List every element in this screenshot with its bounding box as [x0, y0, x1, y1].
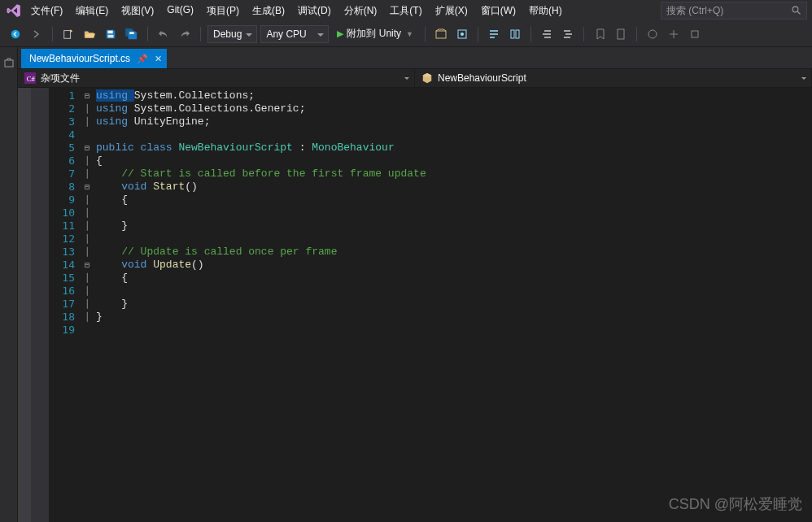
menu-item[interactable]: 窗口(W)	[474, 2, 522, 20]
breakpoint-margin[interactable]	[31, 88, 49, 522]
fold-column[interactable]: ⊟││⊟││⊟│││││⊟││││	[81, 88, 93, 522]
menu-item[interactable]: 项目(P)	[200, 2, 246, 20]
menu-item[interactable]: 编辑(E)	[69, 2, 115, 20]
svg-rect-16	[5, 60, 13, 67]
svg-rect-6	[108, 34, 114, 37]
svg-point-10	[461, 33, 464, 36]
menu-item[interactable]: 生成(B)	[246, 2, 291, 20]
svg-rect-5	[108, 30, 113, 33]
menu-item[interactable]: 文件(F)	[24, 2, 69, 20]
svg-rect-8	[436, 31, 446, 38]
vs-logo-icon	[5, 2, 23, 20]
svg-line-1	[798, 12, 801, 15]
tb-icon-6[interactable]	[559, 25, 577, 43]
tb-icon-1[interactable]	[432, 25, 450, 43]
svg-rect-15	[692, 31, 698, 37]
new-item-button[interactable]	[59, 25, 77, 43]
tb-icon-9[interactable]	[644, 25, 661, 43]
svg-rect-12	[516, 30, 519, 38]
svg-rect-3	[64, 30, 71, 38]
nav-class-combo[interactable]: NewBehaviourScript	[415, 69, 812, 87]
svg-rect-13	[618, 29, 624, 39]
tb-icon-10[interactable]	[665, 25, 683, 43]
navbar: C# 杂项文件 NewBehaviourScript	[18, 68, 812, 88]
platform-dropdown[interactable]: Any CPU	[260, 25, 329, 43]
nav-project-combo[interactable]: C# 杂项文件	[18, 69, 415, 87]
nav-back-button[interactable]	[7, 25, 24, 43]
tb-icon-5[interactable]	[538, 25, 556, 43]
tb-icon-8[interactable]	[612, 25, 630, 43]
menu-item[interactable]: 视图(V)	[115, 2, 160, 20]
attach-unity-button[interactable]: ▶ 附加到 Unity ▼	[332, 25, 418, 43]
menu-item[interactable]: 调试(D)	[291, 2, 338, 20]
menu-item[interactable]: 分析(N)	[338, 2, 384, 20]
menubar: 文件(F)编辑(E)视图(V)Git(G)项目(P)生成(B)调试(D)分析(N…	[0, 0, 812, 21]
search-placeholder: 搜索 (Ctrl+Q)	[666, 4, 723, 18]
csharp-icon: C#	[24, 72, 36, 84]
line-gutter: 12345678910111213141516171819	[49, 88, 81, 522]
tb-icon-11[interactable]	[686, 25, 704, 43]
chevron-down-icon: ▼	[406, 30, 413, 38]
tabbar: NewBehaviourScript.cs 📌 ✕	[18, 47, 812, 68]
nav-fwd-button[interactable]	[28, 25, 46, 43]
code-area[interactable]: using System.Collections;using System.Co…	[93, 88, 812, 522]
menu-item[interactable]: 工具(T)	[383, 2, 428, 20]
play-icon: ▶	[337, 28, 343, 39]
menu-item[interactable]: 扩展(X)	[429, 2, 474, 20]
open-button[interactable]	[81, 25, 98, 43]
search-icon	[792, 6, 801, 15]
save-button[interactable]	[102, 25, 120, 43]
menu-item[interactable]: 帮助(H)	[522, 2, 569, 20]
svg-rect-11	[511, 30, 514, 38]
svg-rect-7	[129, 32, 133, 34]
tb-icon-7[interactable]	[591, 25, 609, 43]
save-all-button[interactable]	[123, 25, 141, 43]
menu-item[interactable]: Git(G)	[160, 2, 200, 20]
class-icon	[421, 72, 433, 84]
redo-button[interactable]	[176, 25, 194, 43]
tb-icon-4[interactable]	[506, 25, 524, 43]
tab-label: NewBehaviourScript.cs	[29, 53, 130, 64]
tab-file[interactable]: NewBehaviourScript.cs 📌 ✕	[21, 49, 167, 68]
left-rail	[0, 47, 18, 522]
search-input[interactable]: 搜索 (Ctrl+Q)	[661, 2, 807, 20]
svg-point-2	[11, 29, 20, 38]
tb-icon-3[interactable]	[485, 25, 503, 43]
svg-text:C#: C#	[27, 75, 36, 83]
editor: 12345678910111213141516171819 ⊟││⊟││⊟│││…	[18, 88, 812, 522]
svg-point-0	[792, 7, 798, 12]
close-icon[interactable]: ✕	[155, 54, 162, 64]
svg-point-14	[648, 30, 657, 38]
rail-toolbox[interactable]	[2, 52, 16, 73]
pin-icon[interactable]: 📌	[137, 54, 148, 64]
svg-point-4	[71, 30, 72, 32]
tb-icon-2[interactable]	[453, 25, 471, 43]
overview-ruler[interactable]	[18, 88, 31, 522]
config-dropdown[interactable]: Debug	[207, 25, 257, 43]
undo-button[interactable]	[155, 25, 172, 43]
toolbar: Debug Any CPU ▶ 附加到 Unity ▼	[0, 21, 812, 47]
